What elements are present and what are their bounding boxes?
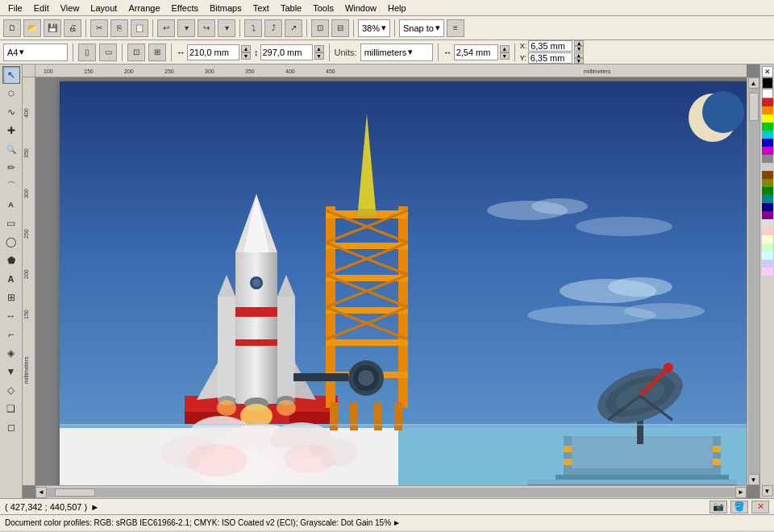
height-down[interactable]: ▼ [314,52,324,60]
undo-button[interactable]: ↩ [157,19,175,37]
export-button[interactable]: ⤴ [264,19,282,37]
lightgreen-swatch[interactable] [762,243,773,251]
camera-button[interactable]: 📷 [710,501,727,513]
scroll-left-button[interactable]: ◄ [35,487,47,498]
coord-x-input[interactable] [528,40,572,52]
scroll-track-bottom[interactable] [47,488,735,497]
menu-file[interactable]: File [3,2,27,14]
coordy-up[interactable]: ▲ [574,52,584,58]
width-up[interactable]: ▲ [241,45,251,52]
dimension-tool-btn[interactable]: ↔ [2,307,20,325]
bezier-tool-btn[interactable]: ⌒ [2,177,20,195]
polygon-tool-btn[interactable]: ⬟ [2,251,20,269]
magenta-swatch[interactable] [762,147,773,155]
menu-arrange[interactable]: Arrange [123,2,164,14]
offset-input[interactable] [454,44,498,60]
redo-button[interactable]: ↪ [198,19,215,37]
white-swatch[interactable] [762,89,773,98]
paste-button[interactable]: 📋 [131,19,148,37]
purple-swatch[interactable] [762,211,773,219]
portrait-button[interactable]: ▯ [78,44,96,61]
canvas-area[interactable]: 100 150 200 250 300 350 400 450 millimet… [23,64,759,498]
import-button[interactable]: ⤵ [244,19,262,37]
darkgreen-swatch[interactable] [762,187,773,195]
copy-button[interactable]: ⎘ [110,19,128,37]
scroll-thumb-bottom[interactable] [55,488,95,497]
menu-edit[interactable]: Edit [29,2,54,14]
coordy-spinner[interactable]: ▲ ▼ [574,52,584,64]
undo-list-button[interactable]: ▾ [177,19,195,37]
view-button[interactable]: ⊡ [311,19,329,37]
coord-y-input[interactable] [528,52,572,64]
text-tool-btn[interactable]: A [2,270,20,288]
scroll-up-button[interactable]: ▲ [748,77,759,89]
zoom-dropdown[interactable]: 38% ▾ [358,19,390,37]
open-button[interactable]: 📂 [23,19,41,37]
publish-button[interactable]: ↗ [285,19,302,37]
coordx-down[interactable]: ▼ [574,46,584,52]
scroll-track-right[interactable] [748,89,759,474]
brown-swatch[interactable] [762,171,773,179]
coordx-spinner[interactable]: ▲ ▼ [574,40,584,52]
red-swatch[interactable] [762,98,773,106]
teal-swatch[interactable] [762,195,773,203]
scroll-right-button[interactable]: ► [735,487,747,498]
orange-swatch[interactable] [762,106,773,114]
bottom-scrollbar[interactable]: ◄ ► [35,485,747,498]
navy-swatch[interactable] [762,203,773,211]
black-swatch[interactable] [762,77,773,89]
right-scrollbar[interactable]: ▲ ▼ [747,77,759,485]
olive-swatch[interactable] [762,179,773,187]
width-input[interactable] [187,44,239,60]
redo-list-button[interactable]: ▾ [218,19,235,37]
page-nav-arrow[interactable]: ► [90,502,99,512]
palette-scroll-down[interactable]: ▼ [762,485,773,497]
lightgray-swatch[interactable] [762,163,773,171]
height-input[interactable] [260,44,313,60]
gray-swatch[interactable] [762,155,773,163]
smear-tool-btn[interactable]: ∿ [2,103,20,121]
cut-button[interactable]: ✂ [90,19,108,37]
color-profile-arrow[interactable]: ► [393,518,401,527]
menu-help[interactable]: Help [383,2,411,14]
offset-down[interactable]: ▼ [500,52,510,60]
menu-effects[interactable]: Effects [167,2,203,14]
height-up[interactable]: ▲ [314,45,324,52]
menu-text[interactable]: Text [248,2,274,14]
fill-tool-btn[interactable]: ▼ [2,363,20,380]
scroll-thumb-right[interactable] [749,93,759,121]
interactive-fill-btn[interactable]: ◇ [2,381,20,399]
menu-window[interactable]: Window [340,2,381,14]
bleed-button[interactable]: ⊞ [148,44,166,61]
menu-layout[interactable]: Layout [85,2,122,14]
offset-spinner[interactable]: ▲ ▼ [500,45,510,60]
artistic-tool-btn[interactable]: A [2,196,20,214]
pick-tool-btn[interactable]: ↖ [2,66,20,84]
table-tool-btn[interactable]: ⊞ [2,289,20,306]
menu-bitmaps[interactable]: Bitmaps [205,2,247,14]
offset-up[interactable]: ▲ [500,45,510,52]
coordx-up[interactable]: ▲ [574,40,584,46]
shape-tool-btn[interactable]: ⬡ [2,85,20,102]
lightcyan-swatch[interactable] [762,251,773,260]
dropper-tool-btn[interactable]: ◈ [2,344,20,362]
snap-to-dropdown[interactable]: Snap to ▾ [399,19,444,37]
coordy-down[interactable]: ▼ [574,58,584,64]
width-down[interactable]: ▼ [241,52,251,60]
landscape-button[interactable]: ▭ [99,44,117,61]
cyan-swatch[interactable] [762,131,773,139]
shadow-tool-btn[interactable]: ❑ [2,400,20,418]
connector-tool-btn[interactable]: ⌐ [2,326,20,343]
no-color-swatch[interactable]: ✕ [762,66,773,77]
silver-swatch[interactable] [762,219,773,227]
page-options-button[interactable]: ⊡ [127,44,145,61]
canvas-content[interactable] [35,77,747,485]
lightyellow-swatch[interactable] [762,235,773,243]
blue-swatch[interactable] [762,139,773,147]
save-button[interactable]: 💾 [44,19,61,37]
width-spinner[interactable]: ▲ ▼ [241,45,251,60]
rect-tool-btn[interactable]: ▭ [2,214,20,232]
height-spinner[interactable]: ▲ ▼ [314,45,324,60]
units-dropdown[interactable]: millimeters ▾ [360,44,433,61]
print-button[interactable]: 🖨 [64,19,81,37]
